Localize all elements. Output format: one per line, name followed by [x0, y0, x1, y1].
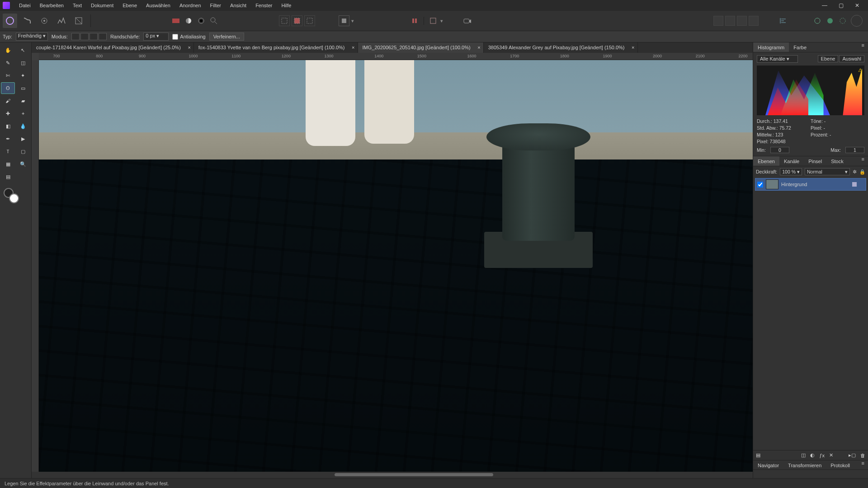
persona-develop-icon[interactable] — [37, 14, 52, 28]
pen-tool-icon[interactable]: ✒ — [1, 133, 15, 145]
layer-lock-icon[interactable]: 🔒 — [859, 169, 865, 175]
account-avatar-icon[interactable] — [851, 15, 863, 27]
menu-file[interactable]: Datei — [14, 0, 35, 11]
menu-arrange[interactable]: Anordnen — [175, 0, 206, 11]
antialias-check[interactable] — [172, 34, 178, 40]
refine-button[interactable]: Verfeinern... — [209, 33, 244, 41]
persona-export-icon[interactable] — [71, 14, 86, 28]
layer-row[interactable]: Hintergrund — [755, 178, 866, 191]
tab-color[interactable]: Farbe — [789, 42, 811, 52]
snapopt-icon[interactable] — [428, 15, 439, 26]
tab-layers[interactable]: Ebenen — [753, 156, 779, 166]
move-tool-icon[interactable]: ↖ — [16, 44, 30, 56]
histo-layer-button[interactable]: Ebene — [818, 55, 839, 62]
arrange-fwdone-icon[interactable] — [737, 16, 747, 26]
autolevels-icon[interactable] — [208, 15, 219, 26]
type-dropdown[interactable]: Freihändig ▾ — [16, 33, 48, 41]
shape-tool-icon[interactable]: ▢ — [16, 145, 30, 157]
assets-tool-icon[interactable]: ▤ — [1, 171, 15, 183]
tab-stock[interactable]: Stock — [826, 156, 848, 166]
tab-channels[interactable]: Kanäle — [779, 156, 804, 166]
close-icon[interactable]: × — [632, 42, 634, 53]
menu-edit[interactable]: Bearbeiten — [35, 0, 68, 11]
addadjust-icon[interactable]: ◐ — [810, 452, 815, 458]
menu-view[interactable]: Ansicht — [226, 0, 251, 11]
persona-liquify-icon[interactable] — [20, 14, 34, 28]
chevron-down-icon[interactable]: ▾ — [440, 18, 443, 24]
autocontrast-icon[interactable] — [183, 15, 194, 26]
paint-tool-icon[interactable]: 🖌 — [1, 95, 15, 107]
menu-help[interactable]: Hilfe — [277, 0, 296, 11]
persona-tonemap-icon[interactable] — [54, 14, 69, 28]
clone-tool-icon[interactable]: ⌖ — [16, 108, 30, 119]
close-icon[interactable]: × — [188, 42, 190, 53]
antialias-checkbox[interactable]: Antialiasing — [172, 34, 205, 40]
deletelayer-icon[interactable]: 🗑 — [860, 453, 865, 458]
view-tool-icon[interactable]: ✋ — [1, 44, 15, 56]
zoom-tool-icon[interactable]: 🔍 — [16, 158, 30, 170]
colorpicker-tool-icon[interactable]: ✎ — [1, 57, 15, 69]
freehand-tool-icon[interactable]: ʘ — [1, 82, 15, 94]
layer-fx-icon[interactable]: ✲ — [853, 169, 857, 174]
window-close-icon[interactable]: ✕ — [849, 0, 865, 11]
histo-selection-button[interactable]: Auswahl — [839, 55, 864, 62]
arrange-front-icon[interactable] — [749, 16, 759, 26]
panel-menu-icon[interactable]: ≡ — [858, 42, 868, 52]
selectionbrush-tool-icon[interactable]: ✄ — [1, 70, 15, 81]
selection-add-icon[interactable] — [292, 15, 302, 26]
tab-history[interactable]: Protokoll — [826, 460, 854, 469]
color-swatch[interactable] — [1, 188, 30, 206]
tab-navigator[interactable]: Navigator — [753, 460, 783, 469]
scrollbar-horizontal[interactable] — [32, 472, 753, 478]
panel-menu-icon[interactable]: ≡ — [858, 156, 868, 166]
flood-tool-icon[interactable]: ✦ — [16, 70, 30, 81]
arrange-backone-icon[interactable] — [725, 16, 735, 26]
healing-tool-icon[interactable]: ✚ — [1, 108, 15, 119]
addaccount-icon[interactable] — [825, 15, 835, 26]
menu-layer[interactable]: Ebene — [118, 0, 142, 11]
close-icon[interactable]: × — [477, 42, 480, 53]
histo-max-input[interactable] — [845, 147, 864, 153]
layer-select-check[interactable] — [757, 182, 763, 188]
addlayer-icon[interactable]: ▸▢ — [849, 452, 856, 458]
close-icon[interactable]: × — [352, 42, 354, 53]
camera-icon[interactable] — [462, 15, 473, 26]
crop-tool-icon[interactable]: ◫ — [16, 57, 30, 69]
addfx-icon[interactable]: ƒx — [819, 453, 825, 458]
selection-new-icon[interactable] — [279, 15, 290, 26]
addmask-icon[interactable]: ◫ — [801, 452, 806, 458]
dodge-tool-icon[interactable]: 💧 — [16, 120, 30, 132]
snap-icon[interactable] — [409, 15, 420, 26]
opacity-dropdown[interactable]: 100 % ▾ — [780, 168, 802, 175]
blendmode-dropdown[interactable]: Normal ▾ — [805, 168, 850, 175]
arrange-back-icon[interactable] — [713, 16, 723, 26]
align-icon[interactable] — [778, 15, 788, 26]
node-tool-icon[interactable]: ▶ — [16, 133, 30, 145]
maskpreview-icon[interactable]: ▤ — [756, 452, 760, 458]
doc-tab-3[interactable]: 3805349 Alexander Grey auf Pixabay.jpg [… — [484, 42, 638, 53]
erase-tool-icon[interactable]: ◧ — [1, 120, 15, 132]
persona-photo-icon[interactable] — [3, 14, 17, 28]
menu-select[interactable]: Auswählen — [142, 0, 175, 11]
selection-sub-icon[interactable] — [304, 15, 315, 26]
marquee-tool-icon[interactable]: ▭ — [16, 82, 30, 94]
layer-visible-icon[interactable] — [852, 182, 857, 187]
autowb-icon[interactable] — [196, 15, 207, 26]
doc-tab-1[interactable]: fox-1540833 Yvette van den Berg pixabay.… — [194, 42, 358, 53]
mode-new-icon[interactable] — [71, 33, 80, 40]
tab-transform[interactable]: Transformieren — [783, 460, 826, 469]
window-maximize-icon[interactable]: ▢ — [833, 0, 849, 11]
channel-dropdown[interactable]: Alle Kanäle ▾ — [757, 55, 798, 63]
feather-input[interactable]: 0 px ▾ — [143, 33, 169, 41]
chevron-down-icon[interactable]: ▾ — [351, 18, 354, 24]
quickmask-icon[interactable] — [339, 15, 349, 26]
mode-int-icon[interactable] — [99, 33, 107, 40]
text-tool-icon[interactable]: Ｔ — [1, 145, 15, 157]
menu-filter[interactable]: Filter — [206, 0, 226, 11]
panel-menu-icon[interactable]: ≡ — [858, 460, 868, 469]
cloud-icon[interactable] — [837, 15, 848, 26]
addlive-icon[interactable]: ✕ — [829, 452, 833, 458]
doc-tab-2[interactable]: IMG_20200625_205140.jpg [Geändert] (100.… — [358, 42, 484, 53]
histo-min-input[interactable] — [770, 147, 789, 153]
menu-window[interactable]: Fenster — [251, 0, 277, 11]
